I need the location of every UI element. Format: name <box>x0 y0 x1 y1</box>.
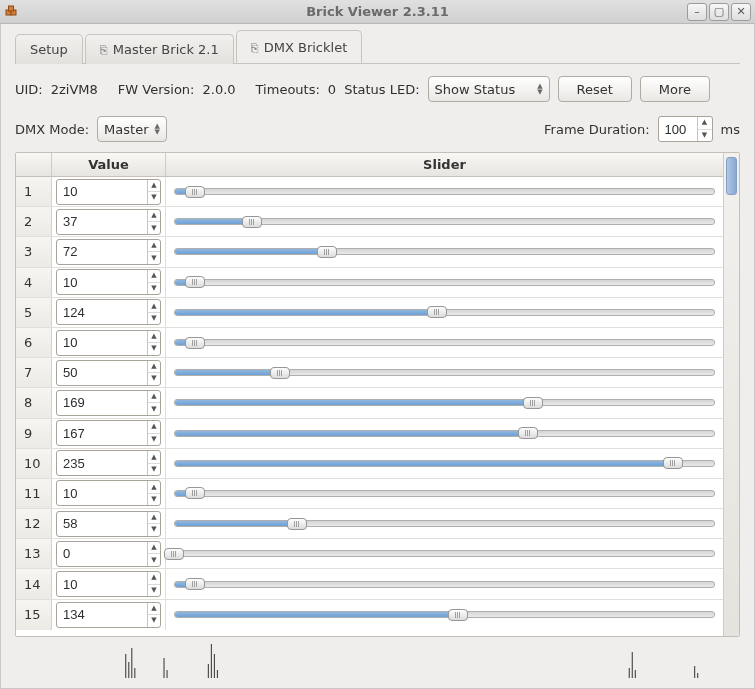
spin-down-icon[interactable]: ▼ <box>148 373 160 385</box>
value-slider[interactable] <box>174 305 715 319</box>
spin-arrows[interactable]: ▲▼ <box>147 240 160 264</box>
slider-thumb[interactable] <box>427 306 447 318</box>
value-slider[interactable] <box>174 608 715 622</box>
value-slider[interactable] <box>174 185 715 199</box>
value-input[interactable] <box>63 214 147 229</box>
spin-arrows[interactable]: ▲▼ <box>147 180 160 204</box>
spin-arrows[interactable]: ▲▼ <box>147 481 160 505</box>
slider-thumb[interactable] <box>270 367 290 379</box>
spin-down-icon[interactable]: ▼ <box>148 283 160 295</box>
tab-dmx-bricklet[interactable]: ⎘DMX Bricklet <box>236 30 363 63</box>
value-slider[interactable] <box>174 396 715 410</box>
spin-arrows[interactable]: ▲▼ <box>147 300 160 324</box>
spin-arrows[interactable]: ▲▼ <box>147 270 160 294</box>
value-spin[interactable]: ▲▼ <box>56 420 161 446</box>
spin-up-icon[interactable]: ▲ <box>148 603 160 616</box>
spin-down-icon[interactable]: ▼ <box>148 222 160 234</box>
value-spin[interactable]: ▲▼ <box>56 511 161 537</box>
value-input[interactable] <box>63 577 147 592</box>
spin-down-icon[interactable]: ▼ <box>148 403 160 415</box>
spin-arrows[interactable]: ▲▼ <box>147 361 160 385</box>
window-minimize-button[interactable]: – <box>687 3 707 21</box>
value-spin[interactable]: ▲▼ <box>56 450 161 476</box>
value-input[interactable] <box>63 335 147 350</box>
value-input[interactable] <box>63 607 147 622</box>
value-input[interactable] <box>63 395 147 410</box>
value-slider[interactable] <box>174 275 715 289</box>
value-input[interactable] <box>63 244 147 259</box>
tab-setup[interactable]: Setup <box>15 34 83 64</box>
value-slider[interactable] <box>174 336 715 350</box>
value-slider[interactable] <box>174 577 715 591</box>
spin-up-icon[interactable]: ▲ <box>698 117 712 130</box>
spin-up-icon[interactable]: ▲ <box>148 481 160 494</box>
spin-up-icon[interactable]: ▲ <box>148 542 160 555</box>
spin-up-icon[interactable]: ▲ <box>148 391 160 404</box>
slider-thumb[interactable] <box>185 578 205 590</box>
value-input[interactable] <box>63 486 147 501</box>
slider-thumb[interactable] <box>185 487 205 499</box>
value-spin[interactable]: ▲▼ <box>56 239 161 265</box>
spin-up-icon[interactable]: ▲ <box>148 421 160 434</box>
spin-arrows[interactable]: ▲▼ <box>147 451 160 475</box>
value-spin[interactable]: ▲▼ <box>56 360 161 386</box>
spin-down-icon[interactable]: ▼ <box>148 434 160 446</box>
value-spin[interactable]: ▲▼ <box>56 209 161 235</box>
spin-up-icon[interactable]: ▲ <box>148 270 160 283</box>
value-spin[interactable]: ▲▼ <box>56 179 161 205</box>
spin-up-icon[interactable]: ▲ <box>148 361 160 374</box>
spin-arrows[interactable]: ▲▼ <box>147 512 160 536</box>
slider-thumb[interactable] <box>518 427 538 439</box>
value-input[interactable] <box>63 456 147 471</box>
window-maximize-button[interactable]: ▢ <box>709 3 729 21</box>
value-spin[interactable]: ▲▼ <box>56 299 161 325</box>
value-input[interactable] <box>63 426 147 441</box>
slider-thumb[interactable] <box>287 518 307 530</box>
spin-down-icon[interactable]: ▼ <box>148 554 160 566</box>
value-input[interactable] <box>63 275 147 290</box>
value-input[interactable] <box>63 365 147 380</box>
dmx-mode-combo[interactable]: Master ▲▼ <box>97 116 167 142</box>
slider-thumb[interactable] <box>185 337 205 349</box>
value-slider[interactable] <box>174 366 715 380</box>
spin-arrows[interactable]: ▲▼ <box>147 542 160 566</box>
value-spin[interactable]: ▲▼ <box>56 269 161 295</box>
spin-up-icon[interactable]: ▲ <box>148 572 160 585</box>
spin-down-icon[interactable]: ▼ <box>148 615 160 627</box>
value-slider[interactable] <box>174 517 715 531</box>
value-slider[interactable] <box>174 426 715 440</box>
spin-down-icon[interactable]: ▼ <box>148 464 160 476</box>
spin-down-icon[interactable]: ▼ <box>148 343 160 355</box>
value-spin[interactable]: ▲▼ <box>56 390 161 416</box>
value-spin[interactable]: ▲▼ <box>56 571 161 597</box>
slider-thumb[interactable] <box>185 186 205 198</box>
spin-down-icon[interactable]: ▼ <box>698 130 712 142</box>
slider-thumb[interactable] <box>242 216 262 228</box>
spin-up-icon[interactable]: ▲ <box>148 240 160 253</box>
value-spin[interactable]: ▲▼ <box>56 480 161 506</box>
spin-up-icon[interactable]: ▲ <box>148 210 160 223</box>
value-input[interactable] <box>63 305 147 320</box>
frame-duration-spin[interactable]: ▲▼ <box>658 116 713 142</box>
spin-up-icon[interactable]: ▲ <box>148 451 160 464</box>
slider-thumb[interactable] <box>448 609 468 621</box>
spin-down-icon[interactable]: ▼ <box>148 585 160 597</box>
value-slider[interactable] <box>174 215 715 229</box>
value-input[interactable] <box>63 546 147 561</box>
more-button[interactable]: More <box>640 76 710 102</box>
frame-duration-input[interactable] <box>665 122 697 137</box>
value-spin[interactable]: ▲▼ <box>56 602 161 628</box>
spin-arrows[interactable]: ▲▼ <box>147 210 160 234</box>
spin-up-icon[interactable]: ▲ <box>148 300 160 313</box>
reset-button[interactable]: Reset <box>558 76 632 102</box>
spin-up-icon[interactable]: ▲ <box>148 331 160 344</box>
spin-up-icon[interactable]: ▲ <box>148 180 160 193</box>
spin-up-icon[interactable]: ▲ <box>148 512 160 525</box>
slider-thumb[interactable] <box>523 397 543 409</box>
status-led-combo[interactable]: Show Status ▲▼ <box>428 76 550 102</box>
value-slider[interactable] <box>174 547 715 561</box>
spin-arrows[interactable]: ▲▼ <box>147 421 160 445</box>
spin-down-icon[interactable]: ▼ <box>148 494 160 506</box>
spin-arrows[interactable]: ▲▼ <box>147 331 160 355</box>
value-slider[interactable] <box>174 245 715 259</box>
